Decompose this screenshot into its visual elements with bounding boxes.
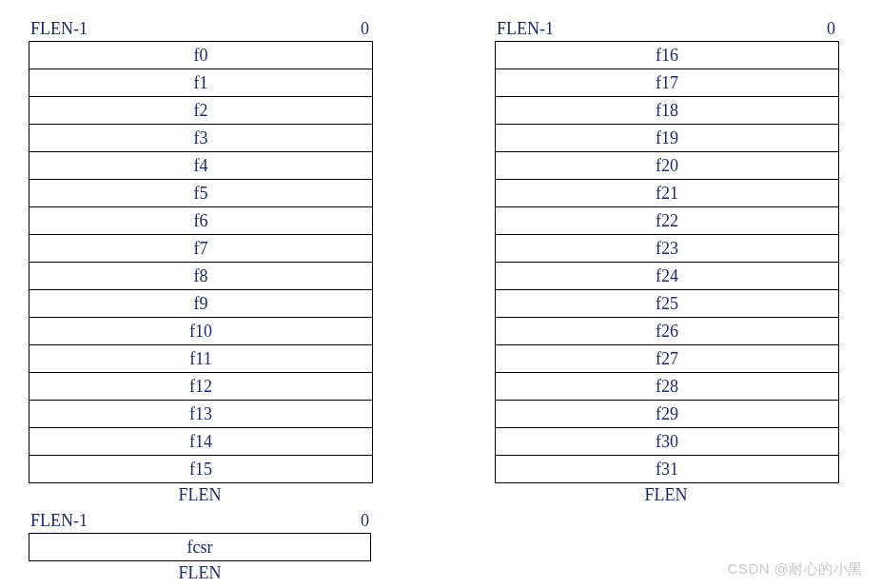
register-cell: f21: [496, 180, 838, 207]
register-cell: f20: [496, 152, 838, 180]
msb-label: FLEN-1: [497, 19, 554, 39]
register-cell: f24: [496, 263, 838, 290]
register-column-left: FLEN-1 0 f0 f1 f2 f3 f4 f5 f6 f7 f8 f9 f…: [29, 19, 371, 505]
bit-header: FLEN-1 0: [29, 511, 371, 533]
register-cell: f19: [496, 125, 838, 152]
register-cell: f23: [496, 235, 838, 263]
width-label: FLEN: [495, 485, 837, 505]
width-label: FLEN: [29, 563, 371, 583]
register-cell: f4: [29, 152, 372, 180]
register-cell: f8: [29, 263, 372, 290]
register-cell: f12: [29, 373, 372, 401]
register-cell: f18: [496, 97, 838, 125]
lsb-label: 0: [361, 511, 369, 531]
register-table-left: f0 f1 f2 f3 f4 f5 f6 f7 f8 f9 f10 f11 f1…: [29, 41, 373, 483]
register-cell: f5: [29, 180, 372, 207]
register-cell: f29: [496, 401, 838, 428]
register-cell: f17: [496, 69, 838, 97]
bit-header: FLEN-1 0: [495, 19, 837, 41]
watermark-text: CSDN @耐心的小黑: [728, 560, 863, 578]
register-cell: f3: [29, 125, 372, 152]
lsb-label: 0: [361, 19, 369, 39]
register-cell: f2: [29, 97, 372, 125]
register-column-right: FLEN-1 0 f16 f17 f18 f19 f20 f21 f22 f23…: [495, 19, 837, 505]
register-cell: f9: [29, 290, 372, 318]
register-cell: f16: [496, 42, 838, 69]
register-cell: f31: [496, 456, 838, 483]
register-cell: f22: [496, 207, 838, 235]
register-cell: f25: [496, 290, 838, 318]
register-cell: f1: [29, 69, 372, 97]
msb-label: FLEN-1: [30, 511, 88, 531]
register-cell: f26: [496, 318, 838, 345]
register-cell: f11: [29, 345, 372, 373]
register-cell: f10: [29, 318, 372, 345]
width-label: FLEN: [29, 485, 371, 505]
csr-cell: fcsr: [29, 533, 371, 561]
register-cell: f15: [29, 456, 372, 483]
register-cell: f6: [29, 207, 372, 235]
msb-label: FLEN-1: [30, 19, 88, 39]
register-cell: f13: [29, 401, 372, 428]
lsb-label: 0: [827, 19, 835, 39]
csr-block: FLEN-1 0 fcsr FLEN: [29, 511, 371, 583]
register-cell: f30: [496, 428, 838, 456]
bit-header: FLEN-1 0: [29, 19, 371, 41]
register-cell: f27: [496, 345, 838, 373]
register-cell: f7: [29, 235, 372, 263]
register-cell: f28: [496, 373, 838, 401]
register-table-right: f16 f17 f18 f19 f20 f21 f22 f23 f24 f25 …: [495, 41, 839, 483]
register-cell: f0: [29, 42, 372, 69]
register-cell: f14: [29, 428, 372, 456]
